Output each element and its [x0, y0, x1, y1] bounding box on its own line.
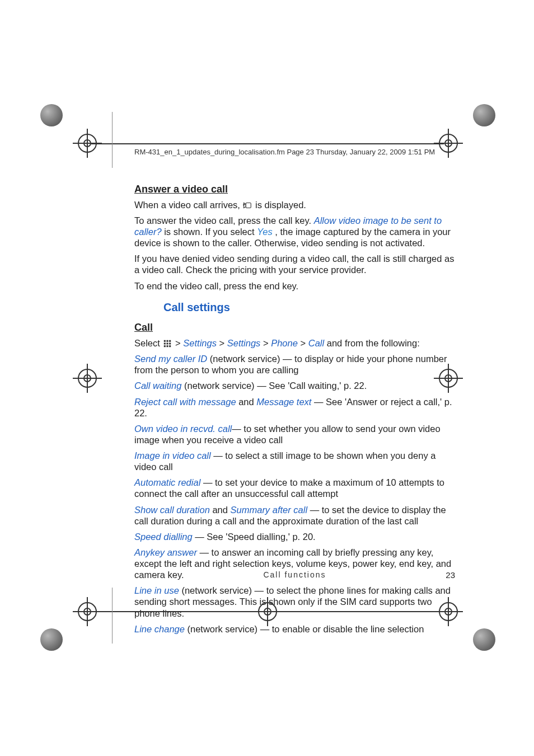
setting-name: Own video in recvd. call	[134, 424, 232, 434]
setting-desc: (network service) — to select the phone …	[134, 585, 451, 618]
setting-item: Call waiting (network service) — See 'Ca…	[134, 380, 455, 391]
svg-rect-34	[164, 342, 166, 344]
sep: >	[301, 338, 308, 348]
setting-name: Anykey answer	[134, 547, 197, 557]
text: and	[210, 505, 231, 515]
text: is displayed.	[255, 200, 306, 210]
svg-rect-30	[246, 203, 251, 208]
paragraph: To end the video call, press the end key…	[134, 280, 455, 292]
footer-section-name: Call functions	[134, 570, 455, 580]
setting-name: Reject call with message	[134, 397, 236, 407]
page-number: 23	[446, 570, 455, 580]
setting-name: Line change	[134, 624, 185, 634]
setting-name: Send my caller ID	[134, 354, 207, 364]
sep: >	[219, 338, 227, 348]
text: When a video call arrives,	[134, 200, 243, 210]
menu-icon	[162, 339, 172, 346]
sep: >	[263, 338, 271, 348]
setting-name: Show call duration	[134, 505, 210, 515]
setting-name: Call waiting	[134, 381, 181, 391]
setting-item: Send my caller ID (network service) — to…	[134, 353, 455, 375]
setting-item: Line change (network service) — to enabl…	[134, 623, 455, 635]
heading-answer-video-call: Answer a video call	[134, 184, 455, 196]
menu-item: Settings	[183, 338, 217, 348]
heading-call-settings: Call settings	[163, 300, 455, 314]
setting-name: Message text	[256, 397, 311, 407]
text: Select	[134, 338, 162, 348]
paragraph: If you have denied video sending during …	[134, 253, 455, 275]
menu-item: Settings	[227, 338, 261, 348]
text: and	[236, 397, 257, 407]
menu-option: Yes	[257, 227, 273, 237]
svg-rect-37	[164, 345, 166, 347]
video-call-icon	[243, 200, 253, 208]
setting-name: Speed dialling	[134, 532, 193, 542]
setting-name: Summary after call	[231, 505, 308, 515]
svg-rect-32	[167, 340, 168, 342]
setting-item: Reject call with message and Message tex…	[134, 396, 455, 419]
setting-desc: (network service) — See 'Call waiting,' …	[181, 381, 367, 391]
paragraph: When a video call arrives, is displayed.	[134, 199, 455, 210]
svg-rect-36	[170, 342, 171, 344]
text: is shown. If you select	[164, 227, 257, 237]
svg-rect-31	[164, 340, 166, 342]
setting-name: Image in video call	[134, 450, 211, 461]
text: and from the following:	[327, 338, 420, 348]
setting-item: Speed dialling — See 'Speed dialling,' p…	[134, 531, 455, 542]
svg-rect-38	[167, 345, 168, 347]
setting-item: Automatic redial — to set your device to…	[134, 477, 455, 499]
text: To answer the video call, press the call…	[134, 215, 314, 226]
setting-item: Own video in recvd. call— to set whether…	[134, 423, 455, 445]
sep: >	[175, 338, 183, 348]
setting-item: Image in video call — to select a still …	[134, 450, 455, 472]
svg-rect-39	[170, 345, 171, 347]
setting-desc: (network service) — to enable or disable…	[185, 624, 424, 634]
setting-desc: — See 'Speed dialling,' p. 20.	[193, 532, 316, 542]
paragraph: To answer the video call, press the call…	[134, 215, 455, 248]
nav-path: Select > Settings > Settings > Phone > C…	[134, 337, 455, 349]
menu-item: Phone	[271, 338, 298, 348]
page-header: RM-431_en_1_updates_during_localisation.…	[134, 148, 455, 157]
menu-item: Call	[308, 338, 324, 348]
svg-rect-35	[167, 342, 168, 344]
setting-name: Automatic redial	[134, 477, 200, 487]
setting-item: Show call duration and Summary after cal…	[134, 504, 455, 527]
setting-name: Line in use	[134, 585, 179, 595]
setting-item: Line in use (network service) — to selec…	[134, 585, 455, 618]
svg-rect-33	[170, 340, 171, 342]
heading-call: Call	[134, 322, 455, 334]
